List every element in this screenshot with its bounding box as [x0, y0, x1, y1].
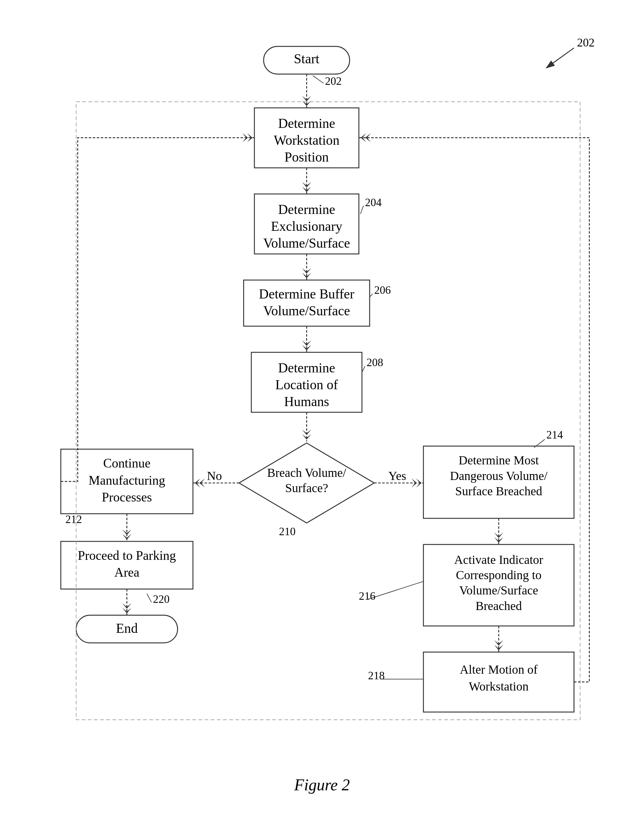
det-dangerous-label-1: Determine Most	[458, 453, 539, 467]
label-204: 204	[365, 196, 382, 209]
label-210: 210	[279, 525, 296, 538]
ref-arrow-200	[546, 48, 574, 68]
ref-line-220	[147, 594, 152, 602]
alter-motion-label-2: Workstation	[469, 679, 529, 693]
det-humans-label-3: Humans	[284, 394, 329, 409]
figure-caption-text: Figure 2	[294, 776, 350, 794]
continue-mfg-label-1: Continue	[103, 456, 150, 470]
breach-label-1: Breach Volume/	[267, 466, 346, 480]
det-excl-label-1: Determine	[278, 202, 335, 217]
det-dangerous-label-2: Dangerous Volume/	[450, 469, 547, 483]
yes-label: Yes	[388, 469, 406, 483]
activate-indicator-label-4: Breached	[475, 599, 522, 613]
det-workstation-label-3: Position	[285, 149, 329, 164]
feedback-loop-arrow-left	[61, 138, 255, 481]
label-208: 208	[366, 356, 383, 369]
continue-mfg-label-3: Processes	[102, 490, 152, 504]
det-excl-label-3: Volume/Surface	[263, 235, 350, 250]
det-excl-label-2: Exclusionary	[271, 219, 342, 234]
activate-indicator-label-2: Corresponding to	[456, 568, 541, 582]
no-label: No	[207, 469, 222, 483]
flowchart-svg: 202 Start 202 Determine Workstation Posi…	[25, 19, 619, 757]
label-216: 216	[359, 590, 375, 602]
det-workstation-label-2: Workstation	[274, 132, 339, 148]
ref-line-216	[368, 581, 423, 599]
det-workstation-label-1: Determine	[278, 116, 335, 131]
label-214: 214	[546, 429, 563, 441]
breach-label-2: Surface?	[285, 481, 328, 495]
activate-indicator-label-1: Activate Indicator	[454, 553, 543, 567]
det-humans-label-2: Location of	[275, 377, 338, 392]
activate-indicator-label-3: Volume/Surface	[459, 584, 538, 597]
ref-line-202	[313, 75, 324, 83]
label-220: 220	[153, 593, 170, 605]
det-buffer-label-1: Determine Buffer	[259, 286, 355, 301]
continue-mfg-label-2: Manufacturing	[89, 473, 165, 487]
figure-caption: Figure 2	[0, 776, 644, 794]
label-206: 206	[374, 284, 391, 296]
label-202: 202	[325, 75, 342, 87]
det-dangerous-label-3: Surface Breached	[455, 484, 542, 498]
start-label: Start	[294, 51, 319, 66]
diagram-ref-200: 202	[577, 36, 595, 49]
ref-line-204	[360, 206, 363, 214]
diagram-container: 202 Start 202 Determine Workstation Posi…	[25, 19, 619, 757]
alter-motion-label-1: Alter Motion of	[460, 663, 538, 676]
det-humans-label-1: Determine	[278, 360, 335, 375]
proceed-parking-label-1: Proceed to Parking	[78, 548, 176, 562]
label-218: 218	[368, 669, 385, 682]
end-label: End	[116, 621, 138, 636]
label-212: 212	[66, 513, 82, 526]
proceed-parking-label-2: Area	[114, 565, 140, 579]
det-buffer-label-2: Volume/Surface	[263, 303, 350, 318]
